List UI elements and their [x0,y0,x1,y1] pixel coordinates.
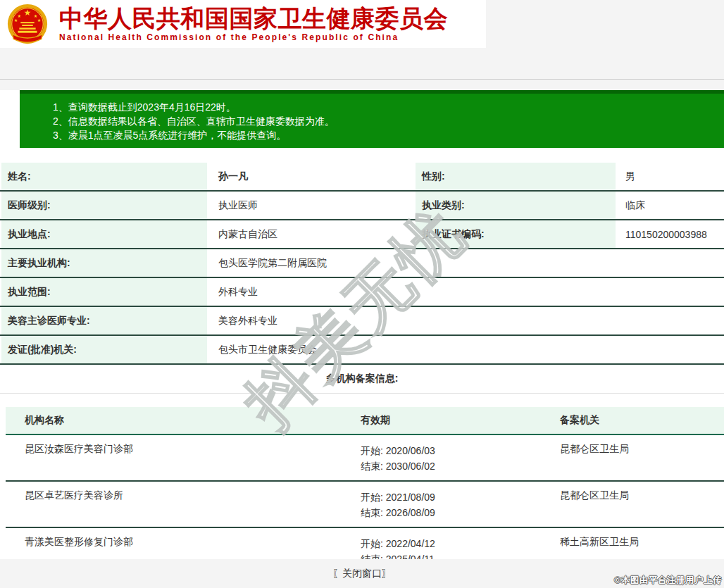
svg-text:★: ★ [18,13,22,18]
org-name: 昆区汝森医疗美容门诊部 [6,443,356,474]
site-title-en: National Health Commission of the People… [59,32,448,42]
upload-watermark-note: ©本图由平台注册用户上传 [614,575,722,587]
column-header-org-name: 机构名称 [6,414,356,427]
notice-line-1: 1、查询数据截止到2023年4月16日22时。 [53,100,717,114]
org-validity: 开始: 2021/08/09 结束: 2026/08/09 [356,489,555,520]
org-row-2: 昆区卓艺医疗美容诊所 开始: 2021/08/09 结束: 2026/08/09… [6,482,724,528]
info-label-main-org: 主要执业机构: [1,249,207,277]
info-label-scope: 执业范围: [1,278,207,306]
info-label-cosmetic-specialty: 美容主诊医师专业: [1,307,207,334]
svg-text:★: ★ [24,8,31,17]
site-header: ★ ★ ★ ★ ★ 中华人民共和国国家卫生健康委员会 National Heal… [0,0,486,48]
info-row-issuing-authority: 发证(批准)机关: 包头市卫生健康委员会 [0,336,724,365]
info-value-main-org: 包头医学院第二附属医院 [211,249,724,277]
info-value-gender: 男 [619,163,724,190]
svg-text:★: ★ [14,18,18,23]
org-validity: 开始: 2020/06/03 结束: 2030/06/02 [356,443,555,474]
info-row-scope: 执业范围: 外科专业 [0,278,724,307]
multi-org-table: 机构名称 有效期 备案机关 昆区汝森医疗美容门诊部 开始: 2020/06/03… [6,407,724,575]
notice-lines: 1、查询数据截止到2023年4月16日22时。 2、信息数据结果以各省、自治区、… [20,94,724,142]
notice-banner: 1、查询数据截止到2023年4月16日22时。 2、信息数据结果以各省、自治区、… [20,90,724,148]
info-row-level-category: 医师级别: 执业医师 执业类别: 临床 [0,192,724,220]
info-label-category: 执业类别: [416,192,616,219]
info-label-issuing-authority: 发证(批准)机关: [1,336,207,363]
validity-end: 结束: 2030/06/02 [361,458,555,474]
multi-org-table-header: 机构名称 有效期 备案机关 [6,407,724,435]
info-label-place: 执业地点: [1,220,207,248]
validity-start: 开始: 2022/04/12 [361,536,555,551]
org-authority: 昆都仑区卫生局 [555,443,724,474]
notice-line-3: 3、凌晨1点至凌晨5点系统进行维护，不能提供查询。 [53,128,717,142]
validity-start: 开始: 2021/08/09 [361,489,555,505]
close-window-link[interactable]: 〖关闭窗口〗 [332,568,392,580]
info-value-scope: 外科专业 [211,278,724,306]
info-row-name-gender: 姓名: 孙一凡 性别: 男 [0,163,724,192]
org-name: 昆区卓艺医疗美容诊所 [6,489,356,520]
site-title-cn: 中华人民共和国国家卫生健康委员会 [59,6,448,31]
info-row-place-certno: 执业地点: 内蒙古自治区 执业证书编码: 110150200003988 [0,220,724,249]
info-value-category: 临床 [619,192,724,219]
info-value-level: 执业医师 [211,192,412,219]
validity-end: 结束: 2026/08/09 [361,505,555,520]
info-row-main-org: 主要执业机构: 包头医学院第二附属医院 [0,249,724,278]
info-label-gender: 性别: [416,163,616,190]
org-authority: 昆都仑区卫生局 [555,489,724,520]
svg-text:★: ★ [37,18,42,23]
info-value-certno: 110150200003988 [619,220,724,248]
notice-line-2: 2、信息数据结果以各省、自治区、直辖市卫生健康委数据为准。 [53,114,717,128]
section-divider-line [0,393,724,394]
license-query-result-page: ★ ★ ★ ★ ★ 中华人民共和国国家卫生健康委员会 National Heal… [0,0,724,588]
info-value-cosmetic-specialty: 美容外科专业 [211,307,724,334]
info-label-certno: 执业证书编码: [416,220,616,248]
column-header-validity: 有效期 [356,414,555,427]
column-header-authority: 备案机关 [555,414,724,427]
header-divider-line [0,79,724,80]
prc-national-emblem-icon: ★ ★ ★ ★ ★ [6,4,49,47]
info-value-issuing-authority: 包头市卫生健康委员会 [211,336,724,363]
info-value-name: 孙一凡 [211,163,412,190]
info-value-place: 内蒙古自治区 [211,220,412,248]
info-row-cosmetic-specialty: 美容主诊医师专业: 美容外科专业 [0,307,724,336]
validity-start: 开始: 2020/06/03 [361,443,555,458]
info-label-name: 姓名: [1,163,207,190]
doctor-info-table: 姓名: 孙一凡 性别: 男 医师级别: 执业医师 执业类别: 临床 执业地点: … [0,163,724,365]
multi-org-section-title: 多机构备案信息: [0,373,724,385]
header-titles: 中华人民共和国国家卫生健康委员会 National Health Commiss… [59,6,448,42]
org-row-1: 昆区汝森医疗美容门诊部 开始: 2020/06/03 结束: 2030/06/0… [6,435,724,482]
info-label-level: 医师级别: [1,192,207,219]
